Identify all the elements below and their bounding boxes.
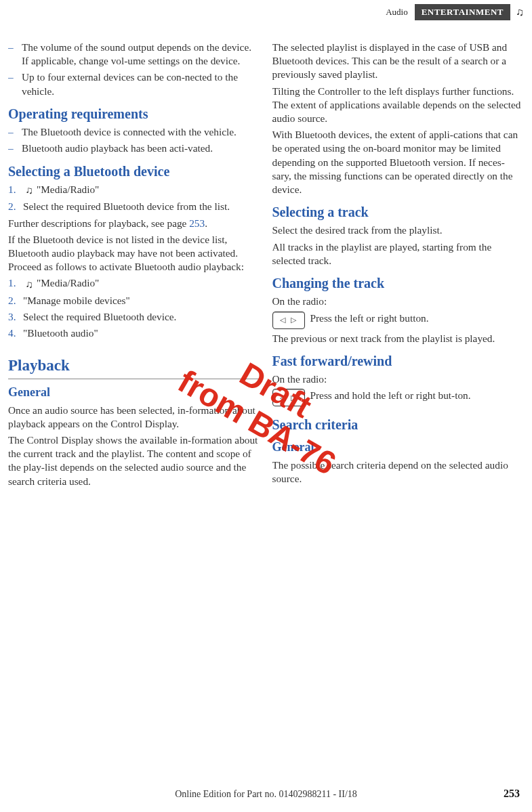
heading-playback: Playback <box>8 356 260 376</box>
page-header: Audio ENTERTAINMENT ♫ <box>0 4 532 20</box>
paragraph: Select the desired track from the playli… <box>272 223 525 237</box>
step-number: 4. <box>8 326 23 340</box>
bullet-text: Up to four external devices can be con‐n… <box>22 70 260 98</box>
paragraph: The possible search criteria depend on t… <box>272 458 525 486</box>
step-number: 1. <box>8 183 23 198</box>
step-number: 3. <box>8 310 23 324</box>
bullet-text: The volume of the sound output depends o… <box>22 41 260 68</box>
prev-next-button-icon: ◁ ▷ <box>272 312 305 329</box>
bullet-text: The Bluetooth device is connected with t… <box>22 125 260 139</box>
step-label: "Media/Radio" <box>37 184 99 195</box>
list-item: –Up to four external devices can be con‐… <box>8 70 260 98</box>
step-label: "Media/Radio" <box>37 277 99 289</box>
paragraph: The previous or next track from the play… <box>272 332 525 345</box>
music-note-icon: ♫ <box>23 278 35 291</box>
paragraph: The Control Display shows the available … <box>8 433 260 488</box>
step-number: 2. <box>8 294 23 307</box>
section-divider <box>8 379 260 379</box>
paragraph: With Bluetooth devices, the extent of ap… <box>272 128 525 196</box>
instruction-text: Press the left or right button. <box>310 312 525 325</box>
dash-bullet-icon: – <box>8 142 22 155</box>
heading-selecting-track: Selecting a track <box>272 203 525 221</box>
page-number: 253 <box>504 788 520 800</box>
instruction-text: Press and hold the left or right but‐ton… <box>310 389 525 402</box>
left-column: –The volume of the sound output depends … <box>8 38 260 491</box>
step-item: 3.Select the required Bluetooth device. <box>8 310 260 324</box>
step-item: 4."Bluetooth audio" <box>8 326 260 340</box>
subheading-general: General <box>272 440 525 456</box>
heading-fast-forward-rewind: Fast forward/rewind <box>272 352 525 370</box>
music-note-icon: ♫ <box>23 184 35 197</box>
heading-operating-requirements: Operating requirements <box>8 105 260 123</box>
step-number: 1. <box>8 276 23 291</box>
dash-bullet-icon: – <box>8 41 22 68</box>
list-item: –Bluetooth audio playback has been acti‐… <box>8 142 260 155</box>
step-text: "Manage mobile devices" <box>23 294 260 307</box>
paragraph: The selected playlist is displayed in th… <box>272 41 525 82</box>
button-instruction-row: ◁ ▷ Press the left or right button. <box>272 312 525 329</box>
step-item: 2."Manage mobile devices" <box>8 294 260 307</box>
paragraph: On the radio: <box>272 295 525 308</box>
prev-next-button-icon: ◁ ▷ <box>272 389 305 406</box>
step-text: ♫"Media/Radio" <box>23 183 260 198</box>
step-text: Select the required Bluetooth device. <box>23 310 260 324</box>
para-text: . <box>205 217 207 229</box>
right-column: The selected playlist is displayed in th… <box>272 38 525 491</box>
list-item: –The Bluetooth device is connected with … <box>8 125 260 139</box>
subheading-general: General <box>8 385 260 401</box>
list-item: –The volume of the sound output depends … <box>8 41 260 68</box>
heading-selecting-bluetooth: Selecting a Bluetooth device <box>8 163 260 180</box>
footer-edition: Online Edition for Part no. 01402988211 … <box>0 789 532 800</box>
paragraph: Once an audio source has been selected, … <box>8 404 260 431</box>
dash-bullet-icon: – <box>8 70 22 98</box>
paragraph: On the radio: <box>272 372 525 386</box>
bullet-text: Bluetooth audio playback has been acti‐v… <box>22 142 260 155</box>
dash-bullet-icon: – <box>8 125 22 139</box>
page-reference-link[interactable]: 253 <box>189 217 205 229</box>
paragraph: If the Bluetooth device is not listed in… <box>8 233 260 274</box>
step-item: 1.♫"Media/Radio" <box>8 183 260 198</box>
button-instruction-row: ◁ ▷ Press and hold the left or right but… <box>272 389 525 406</box>
step-item: 2.Select the required Bluetooth device f… <box>8 200 260 213</box>
step-item: 1.♫"Media/Radio" <box>8 276 260 291</box>
header-entertainment-label: ENTERTAINMENT <box>415 4 510 20</box>
heading-search-criteria: Search criteria <box>272 416 525 433</box>
step-text: "Bluetooth audio" <box>23 326 260 340</box>
paragraph: Tilting the Controller to the left displ… <box>272 85 525 126</box>
paragraph: All tracks in the playlist are played, s… <box>272 240 525 268</box>
paragraph: Further descriptions for playback, see p… <box>8 217 260 230</box>
header-audio-label: Audio <box>379 4 415 20</box>
step-text: ♫"Media/Radio" <box>23 276 260 291</box>
para-text: Further descriptions for playback, see p… <box>8 217 189 229</box>
heading-changing-track: Changing the track <box>272 274 525 292</box>
step-number: 2. <box>8 200 23 213</box>
music-note-icon: ♫ <box>512 4 528 20</box>
step-text: Select the required Bluetooth device fro… <box>23 200 260 213</box>
page-columns: –The volume of the sound output depends … <box>0 38 532 491</box>
